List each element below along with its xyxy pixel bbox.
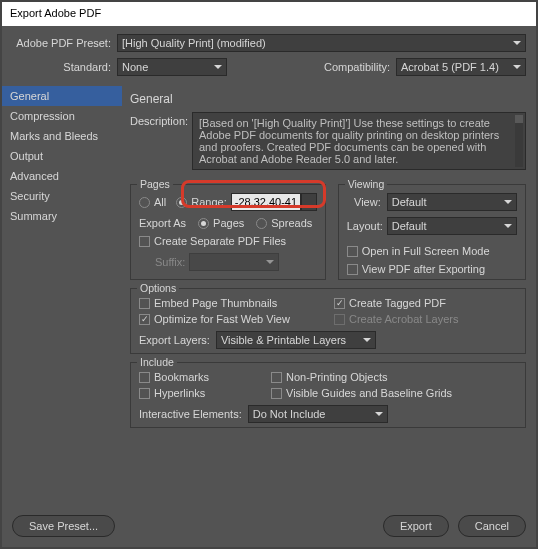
standard-combo[interactable]: None: [117, 58, 227, 76]
interactive-label: Interactive Elements:: [139, 408, 242, 420]
chevron-down-icon: [214, 65, 222, 69]
layout-value: Default: [392, 220, 427, 232]
interactive-value: Do Not Include: [253, 408, 326, 420]
guides-check[interactable]: [271, 388, 282, 399]
chevron-down-icon: [266, 260, 274, 264]
scrollbar[interactable]: [515, 115, 523, 167]
viewafter-check[interactable]: [347, 264, 358, 275]
hyperlinks-check[interactable]: [139, 388, 150, 399]
cancel-button[interactable]: Cancel: [458, 515, 526, 537]
layout-label: Layout:: [347, 220, 387, 232]
all-radio[interactable]: [139, 197, 150, 208]
view-value: Default: [392, 196, 427, 208]
fastweb-label: Optimize for Fast Web View: [154, 313, 290, 325]
sidebar-item-compression[interactable]: Compression: [2, 106, 122, 126]
thumb-label: Embed Page Thumbnails: [154, 297, 277, 309]
exportlayers-label: Export Layers:: [139, 334, 210, 346]
range-label: Range:: [191, 196, 226, 208]
suffix-label: Suffix:: [155, 256, 185, 268]
fullscreen-label: Open in Full Screen Mode: [362, 245, 490, 257]
view-combo[interactable]: Default: [387, 193, 517, 211]
sidebar-item-summary[interactable]: Summary: [2, 206, 122, 226]
tagged-check[interactable]: [334, 298, 345, 309]
thumb-check[interactable]: [139, 298, 150, 309]
page-title: General: [130, 92, 526, 106]
range-input[interactable]: [231, 193, 301, 211]
acrolayers-label: Create Acrobat Layers: [349, 313, 458, 325]
export-button[interactable]: Export: [383, 515, 449, 537]
sidebar-item-marks[interactable]: Marks and Bleeds: [2, 126, 122, 146]
chevron-down-icon: [375, 412, 383, 416]
compat-combo[interactable]: Acrobat 5 (PDF 1.4): [396, 58, 526, 76]
scroll-up-icon[interactable]: [515, 115, 523, 123]
all-label: All: [154, 196, 166, 208]
viewing-legend: Viewing: [345, 178, 388, 190]
interactive-combo[interactable]: Do Not Include: [248, 405, 388, 423]
chevron-down-icon: [504, 200, 512, 204]
description-text: [Based on '[High Quality Print]'] Use th…: [199, 117, 499, 165]
sidebar-item-security[interactable]: Security: [2, 186, 122, 206]
separate-check[interactable]: [139, 236, 150, 247]
chevron-down-icon: [504, 224, 512, 228]
suffix-combo: [189, 253, 279, 271]
separate-label: Create Separate PDF Files: [154, 235, 286, 247]
range-radio[interactable]: [176, 197, 187, 208]
save-preset-button[interactable]: Save Preset...: [12, 515, 115, 537]
bookmarks-label: Bookmarks: [154, 371, 209, 383]
hyperlinks-label: Hyperlinks: [154, 387, 205, 399]
chevron-down-icon: [513, 41, 521, 45]
fullscreen-check[interactable]: [347, 246, 358, 257]
spreads-opt-label: Spreads: [271, 217, 312, 229]
pages-legend: Pages: [137, 178, 173, 190]
tagged-label: Create Tagged PDF: [349, 297, 446, 309]
description-label: Description:: [130, 112, 192, 127]
pages-opt-label: Pages: [213, 217, 244, 229]
fastweb-check[interactable]: [139, 314, 150, 325]
standard-value: None: [122, 61, 148, 73]
sidebar: General Compression Marks and Bleeds Out…: [2, 86, 122, 486]
bookmarks-check[interactable]: [139, 372, 150, 383]
preset-label: Adobe PDF Preset:: [12, 37, 117, 49]
nonprint-label: Non-Printing Objects: [286, 371, 388, 383]
spreads-radio[interactable]: [256, 218, 267, 229]
viewafter-label: View PDF after Exporting: [362, 263, 485, 275]
include-legend: Include: [137, 356, 177, 368]
compat-label: Compatibility:: [324, 61, 396, 73]
guides-label: Visible Guides and Baseline Grids: [286, 387, 452, 399]
sidebar-item-advanced[interactable]: Advanced: [2, 166, 122, 186]
preset-value: [High Quality Print] (modified): [122, 37, 266, 49]
window-title: Export Adobe PDF: [10, 7, 101, 19]
exportlayers-value: Visible & Printable Layers: [221, 334, 346, 346]
chevron-down-icon: [513, 65, 521, 69]
range-dropdown[interactable]: [301, 193, 317, 211]
exportlayers-combo[interactable]: Visible & Printable Layers: [216, 331, 376, 349]
view-label: View:: [347, 196, 387, 208]
description-box[interactable]: [Based on '[High Quality Print]'] Use th…: [192, 112, 526, 170]
preset-combo[interactable]: [High Quality Print] (modified): [117, 34, 526, 52]
compat-value: Acrobat 5 (PDF 1.4): [401, 61, 499, 73]
window-titlebar: Export Adobe PDF: [2, 2, 536, 26]
chevron-down-icon: [363, 338, 371, 342]
nonprint-check[interactable]: [271, 372, 282, 383]
sidebar-item-output[interactable]: Output: [2, 146, 122, 166]
pages-radio[interactable]: [198, 218, 209, 229]
exportas-label: Export As: [139, 217, 186, 229]
sidebar-item-general[interactable]: General: [2, 86, 122, 106]
standard-label: Standard:: [12, 61, 117, 73]
options-legend: Options: [137, 282, 179, 294]
acrolayers-check: [334, 314, 345, 325]
layout-combo[interactable]: Default: [387, 217, 517, 235]
